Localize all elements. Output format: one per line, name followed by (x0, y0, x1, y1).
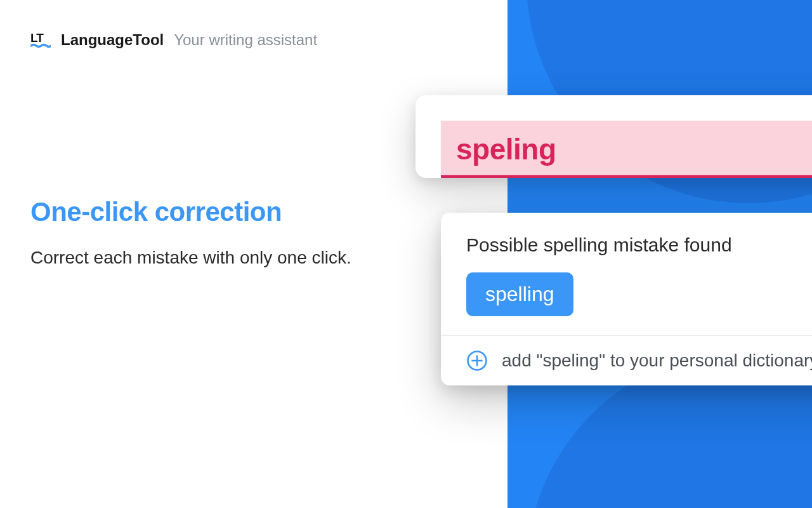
brand-name: LanguageTool (61, 31, 164, 49)
add-to-dictionary-row[interactable]: add "speling" to your personal dictionar… (441, 335, 812, 385)
svg-text:LT: LT (30, 31, 44, 44)
suggestion-popup: Possible spelling mistake found spelling… (441, 213, 812, 385)
hero-section: One-click correction Correct each mistak… (30, 197, 360, 273)
hero-headline: One-click correction (30, 197, 360, 227)
languagetool-logo-icon: LT (30, 30, 51, 50)
header: LT LanguageTool Your writing assistant (30, 30, 317, 50)
error-highlight[interactable]: speling (441, 121, 812, 178)
suggestion-button[interactable]: spelling (466, 272, 573, 316)
popup-body: Possible spelling mistake found spelling (441, 213, 812, 335)
hero-description: Correct each mistake with only one click… (30, 243, 360, 273)
tagline: Your writing assistant (174, 31, 317, 49)
plus-circle-icon (466, 350, 488, 371)
popup-message: Possible spelling mistake found (466, 234, 812, 256)
editor-card: speling (416, 95, 812, 178)
add-to-dictionary-label: add "speling" to your personal dictionar… (502, 351, 812, 371)
